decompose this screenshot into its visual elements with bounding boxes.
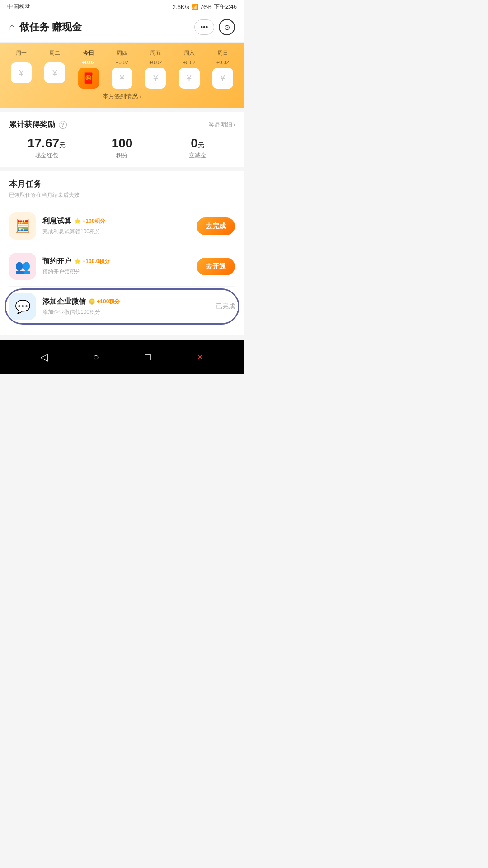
task-badge: ⭐ +100.0积分 [74,258,110,265]
day-coin: ¥ [11,62,32,83]
day-coin: ¥ [212,68,233,89]
bottom-nav: ◁ ○ □ ✕ [0,340,244,374]
month-checkin[interactable]: 本月签到情况 › [5,92,239,100]
tasks-list: 🧮利息试算⭐ +100积分完成利息试算领100积分去完成👥预约开户⭐ +100.… [9,206,235,326]
calendar-section: 周一¥周二¥今日+0.02🧧周四+0.02¥周五+0.02¥周六+0.02¥周日… [0,43,244,108]
rewards-detail-text: 奖品明细 [209,121,232,129]
nav-close-button[interactable]: ✕ [189,346,211,368]
time-text: 下午2:46 [214,3,237,11]
day-label: 周四 [117,49,127,57]
home-icon[interactable]: ⌂ [9,21,15,33]
day-reward: +0.02 [183,60,196,65]
task-desc: 预约开户领积分 [42,268,190,276]
header-title-area: ⌂ 做任务 赚现金 [9,20,82,34]
task-name: 利息试算 [42,217,71,226]
day-col[interactable]: 周六+0.02¥ [172,49,206,89]
status-bar: 中国移动 2.6K/s 📶 76% 下午2:46 [0,0,244,14]
header-actions: ••• ⊙ [194,19,235,35]
task-done-label: 已完成 [216,302,235,311]
tasks-section: 本月任务 已领取任务在当月结束后失效 🧮利息试算⭐ +100积分完成利息试算领1… [0,171,244,335]
reward-label: 现金红包 [35,151,58,160]
tasks-subtitle: 已领取任务在当月结束后失效 [9,191,235,199]
task-action-button[interactable]: 去完成 [197,217,235,235]
calendar-days: 周一¥周二¥今日+0.02🧧周四+0.02¥周五+0.02¥周六+0.02¥周日… [5,49,239,89]
task-badge: 🪙 +100积分 [89,298,120,306]
day-reward: +0.02 [216,60,229,65]
rewards-header: 累计获得奖励 ? 奖品明细 › [9,119,235,130]
task-desc: 完成利息试算领100积分 [42,228,190,236]
task-name-row: 添加企业微信🪙 +100积分 [42,297,210,307]
day-col[interactable]: 周五+0.02¥ [139,49,172,89]
day-col[interactable]: 周一¥ [5,49,38,89]
day-label: 周日 [217,49,228,57]
day-col[interactable]: 周日+0.02¥ [206,49,239,89]
reward-label: 积分 [116,151,128,160]
help-icon[interactable]: ? [59,121,67,129]
task-info: 预约开户⭐ +100.0积分预约开户领积分 [42,257,190,276]
day-reward: +0.02 [116,60,128,65]
tasks-title: 本月任务 [9,179,235,189]
task-icon: 💬 [9,293,36,320]
day-col[interactable]: 周二¥ [38,49,71,89]
rewards-grid: 17.67元现金红包100积分0元立减金 [9,137,235,160]
day-col[interactable]: 今日+0.02🧧 [72,49,105,89]
header: ⌂ 做任务 赚现金 ••• ⊙ [0,14,244,43]
day-label: 周六 [184,49,195,57]
day-coin: ¥ [44,62,65,83]
reward-item: 0元立减金 [160,137,235,160]
task-name-row: 利息试算⭐ +100积分 [42,217,190,226]
reward-amount: 0元 [191,137,204,150]
month-checkin-text: 本月签到情况 [103,92,138,100]
nav-home-button[interactable]: ○ [85,346,107,368]
reward-item: 100积分 [84,137,160,160]
rewards-title: 累计获得奖励 ? [9,119,67,130]
day-label: 周一 [16,49,27,57]
day-label: 周二 [49,49,60,57]
task-item: 💬添加企业微信🪙 +100积分添加企业微信领100积分已完成 [9,287,235,326]
task-item: 🧮利息试算⭐ +100积分完成利息试算领100积分去完成 [9,206,235,246]
day-coin: ¥ [179,68,200,89]
rewards-detail-chevron: › [233,121,235,128]
task-info: 添加企业微信🪙 +100积分添加企业微信领100积分 [42,297,210,316]
speed-text: 2.6K/s [173,4,189,10]
reward-item: 17.67元现金红包 [9,137,84,160]
task-info: 利息试算⭐ +100积分完成利息试算领100积分 [42,217,190,236]
day-coin: ¥ [145,68,166,89]
reward-label: 立减金 [189,151,206,160]
reward-amount: 17.67元 [28,137,66,150]
chevron-icon: › [140,93,141,100]
more-button[interactable]: ••• [194,19,214,35]
task-name: 预约开户 [42,257,71,266]
task-icon: 👥 [9,253,36,280]
task-desc: 添加企业微信领100积分 [42,308,210,316]
signal-icon: 📶 [191,4,198,10]
rewards-title-text: 累计获得奖励 [9,119,55,130]
day-reward: +0.02 [149,60,162,65]
day-col[interactable]: 周四+0.02¥ [105,49,139,89]
reward-amount: 100 [112,137,133,150]
task-action-button[interactable]: 去开通 [197,258,235,275]
page-title: 做任务 赚现金 [19,20,82,34]
day-label: 今日 [83,49,94,57]
nav-back-button[interactable]: ◁ [33,346,55,368]
day-reward: +0.02 [82,60,95,65]
rewards-detail-link[interactable]: 奖品明细 › [209,121,235,129]
status-right: 2.6K/s 📶 76% 下午2:46 [173,3,237,11]
day-label: 周五 [150,49,161,57]
camera-button[interactable]: ⊙ [219,19,235,35]
nav-recent-button[interactable]: □ [137,346,159,368]
task-item: 👥预约开户⭐ +100.0积分预约开户领积分去开通 [9,246,235,287]
rewards-section: 累计获得奖励 ? 奖品明细 › 17.67元现金红包100积分0元立减金 [0,112,244,167]
battery-text: 76% [200,4,212,10]
task-icon: 🧮 [9,212,36,240]
task-badge: ⭐ +100积分 [74,217,105,225]
task-name-row: 预约开户⭐ +100.0积分 [42,257,190,266]
carrier-text: 中国移动 [7,3,31,11]
task-name: 添加企业微信 [42,297,86,307]
day-coin: ¥ [112,68,132,89]
day-coin: 🧧 [78,68,99,89]
